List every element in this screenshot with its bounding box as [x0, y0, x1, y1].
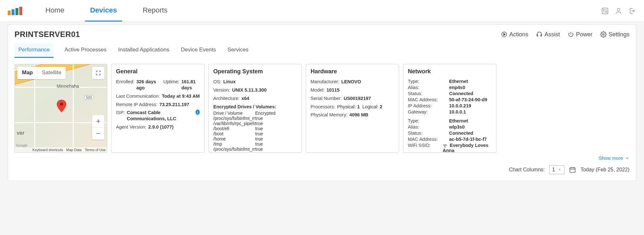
- chevron-down-icon: [625, 156, 630, 160]
- remoteip-value: 73.25.211.197: [159, 102, 189, 108]
- map-attribution: Google: [16, 143, 27, 147]
- power-icon: [568, 31, 574, 38]
- table-row: /proc/sys/fs/binfmt_misctrue: [213, 147, 297, 152]
- tab-services[interactable]: Services: [227, 43, 249, 58]
- drives-col-path: Drive / Volume: [213, 111, 255, 116]
- table-row: /tmptrue: [213, 141, 297, 147]
- page-title: PRINTSERVER01: [14, 30, 80, 39]
- table-row: /boot/efitrue: [213, 126, 297, 131]
- map-data-link[interactable]: Map Data: [66, 148, 82, 152]
- enrolled-value: 326 days ago: [136, 79, 157, 91]
- mem-label: Physical Memory:: [311, 112, 347, 118]
- uptime-value: 161.81 days: [181, 79, 200, 91]
- fullscreen-button[interactable]: [92, 67, 104, 79]
- tab-active-processes[interactable]: Active Processes: [64, 43, 107, 58]
- map-place-label: Minnehaha: [57, 84, 79, 89]
- serial-value: US00192197: [344, 95, 371, 102]
- map-zoom-control: + −: [92, 115, 104, 140]
- info-cards: Minnehaha ver 500 Map Satellite + − Goog…: [14, 64, 630, 153]
- nav-devices[interactable]: Devices: [85, 0, 122, 22]
- svg-point-5: [617, 8, 620, 11]
- svg-rect-11: [570, 168, 575, 173]
- zoom-out-button[interactable]: −: [92, 127, 104, 140]
- svg-point-10: [445, 147, 445, 147]
- general-card: General Enrolled:326 days ago Uptime:161…: [111, 64, 205, 153]
- power-button[interactable]: Power: [568, 31, 592, 38]
- wifi-icon: [443, 144, 447, 148]
- terms-link[interactable]: Terms of Use: [85, 148, 106, 152]
- preferences-icon[interactable]: [601, 7, 609, 15]
- os-card: Operating System OS:Linux Version:UNIX 5…: [208, 64, 302, 153]
- mem-value: 4096 MB: [349, 112, 368, 118]
- fullscreen-icon: [95, 70, 101, 76]
- settings-button[interactable]: Settings: [600, 31, 630, 38]
- map-card: Minnehaha ver 500 Map Satellite + − Goog…: [14, 64, 107, 153]
- isp-value: Comcast Cable Communications, LLC: [127, 110, 194, 122]
- nav-reports[interactable]: Reports: [138, 0, 173, 22]
- svg-point-1: [603, 9, 604, 10]
- table-row: /true: [213, 152, 297, 153]
- card-title: Network: [408, 68, 492, 75]
- card-title: General: [116, 68, 200, 75]
- tab-device-events[interactable]: Device Events: [180, 43, 217, 58]
- user-icon[interactable]: [614, 7, 623, 15]
- svg-point-8: [602, 34, 604, 35]
- os-label: OS:: [213, 79, 221, 85]
- network-card: Network Type:Ethernet Alias:enp4s0 Statu…: [403, 64, 496, 153]
- chart-columns-select[interactable]: 1: [549, 165, 564, 174]
- satellite-view-button[interactable]: Satellite: [37, 67, 66, 79]
- chart-controls: Chart Columns: 1 Today (Feb 25, 2022): [14, 165, 630, 174]
- map-footer: Keyboard shortcuts Map Data Terms of Use: [15, 147, 107, 152]
- nav-home[interactable]: Home: [40, 0, 70, 22]
- tab-installed-applications[interactable]: Installed Applications: [118, 43, 170, 58]
- drives-table: Drive / Volume Encrypted /proc/sys/fs/bi…: [213, 111, 297, 153]
- map-view-button[interactable]: Map: [17, 67, 37, 79]
- mfr-value: LENOVO: [341, 79, 361, 85]
- date-range-text: Today (Feb 25, 2022): [581, 167, 630, 173]
- tab-performance[interactable]: Performance: [14, 43, 53, 58]
- actions-button[interactable]: Actions: [501, 31, 528, 38]
- mfr-label: Manufacturer:: [311, 79, 339, 85]
- agent-label: Agent Version:: [116, 124, 146, 130]
- drives-col-enc: Encrypted: [255, 111, 278, 116]
- svg-point-3: [606, 11, 607, 12]
- agent-value: 2.9.0 (1077): [148, 124, 173, 130]
- map-pin-icon: [57, 100, 66, 113]
- table-row: /proc/sys/fs/binfmt_misctrue: [213, 116, 297, 121]
- card-title: Hardware: [311, 68, 394, 75]
- svg-point-9: [60, 103, 63, 106]
- page-actions: Actions Assist Power Settings: [501, 31, 630, 38]
- show-more-link[interactable]: Show more: [14, 155, 630, 161]
- keyboard-shortcuts-link[interactable]: Keyboard shortcuts: [33, 148, 63, 152]
- os-value: Linux: [223, 79, 236, 85]
- info-icon[interactable]: i: [196, 110, 200, 115]
- zoom-in-button[interactable]: +: [92, 115, 104, 127]
- assist-button[interactable]: Assist: [536, 31, 560, 38]
- serial-label: Serial Number:: [311, 95, 342, 102]
- enrolled-label: Enrolled:: [116, 79, 134, 91]
- table-row: /boottrue: [213, 131, 297, 136]
- model-value: 10115: [327, 87, 340, 93]
- arch-value: x64: [241, 95, 249, 102]
- top-nav: Home Devices Reports: [0, 0, 644, 22]
- logout-icon[interactable]: [628, 7, 636, 15]
- page-header: PRINTSERVER01 Actions Assist Power Setti…: [14, 30, 630, 39]
- version-label: Version:: [213, 87, 230, 93]
- sub-tabs: Performance Active Processes Installed A…: [14, 43, 630, 58]
- calendar-icon[interactable]: [569, 166, 576, 173]
- map-place-label: ver: [17, 130, 24, 136]
- network-interface: Type:Ethernet Alias:wlp3s0 Status:Connec…: [408, 118, 492, 153]
- chart-columns-label: Chart Columns:: [509, 167, 545, 173]
- model-label: Model:: [311, 87, 325, 93]
- drives-header: Encrypted Drives / Volumes:: [213, 104, 297, 109]
- hardware-card: Hardware Manufacturer:LENOVO Model:10115…: [306, 64, 399, 153]
- proc-label: Processors:: [311, 104, 335, 110]
- lastcomm-value: Today at 9:43 AM: [162, 93, 200, 99]
- lastcomm-label: Last Communication:: [116, 93, 160, 99]
- route-badge: 500: [84, 95, 94, 100]
- app-logo: [8, 7, 22, 15]
- main-nav-tabs: Home Devices Reports: [40, 0, 601, 22]
- gear-icon: [600, 31, 607, 38]
- arch-label: Architecture:: [213, 95, 239, 102]
- version-value: UNIX 5.11.3.300: [232, 87, 266, 93]
